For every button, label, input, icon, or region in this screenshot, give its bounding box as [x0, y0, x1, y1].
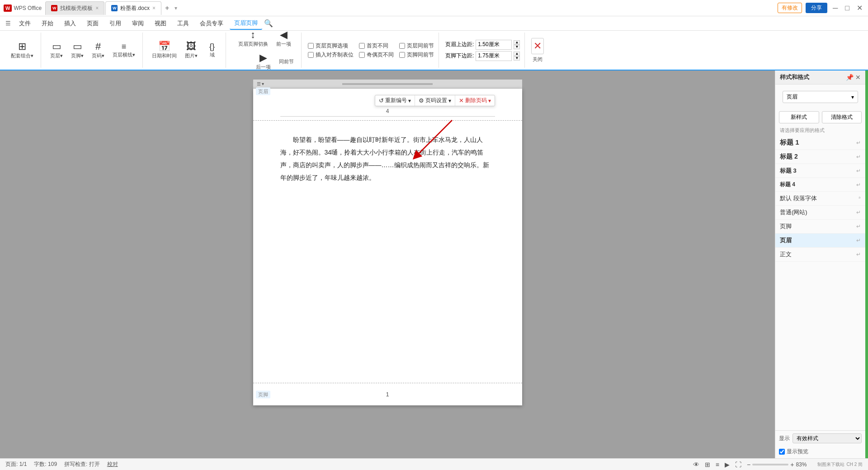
style-item-h3[interactable]: 标题 3 ↵ [775, 164, 865, 178]
panel-close-icon[interactable]: ✕ [855, 74, 861, 81]
tab-template[interactable]: W 找模板壳模板 × [45, 1, 104, 15]
page-footer[interactable]: 1 页脚 [253, 383, 522, 405]
ribbon-btn-sameasprev[interactable]: 同前节 [276, 56, 297, 67]
ribbon-btn-combo[interactable]: ⊞ 配套组合▾ [8, 40, 36, 61]
style-item-body[interactable]: 正文 ↵ [775, 248, 865, 262]
ribbon-btn-datetime[interactable]: 📅 日期和时间 [149, 40, 179, 61]
menu-tools[interactable]: 工具 [173, 18, 193, 29]
share-button[interactable]: 分享 [806, 3, 827, 13]
checkbox-insert-tab[interactable]: 插入对齐制表位 [308, 51, 354, 59]
style-item-h2[interactable]: 标题 2 ↵ [775, 150, 865, 164]
menu-view[interactable]: 视图 [150, 18, 171, 29]
margin-bottom-down[interactable]: ▼ [514, 56, 520, 61]
ruler-icon[interactable]: ☰ ▾ [257, 81, 264, 86]
status-outline-icon[interactable]: ≡ [716, 461, 719, 468]
margin-bottom-up[interactable]: ▲ [514, 52, 520, 56]
hamburger-menu[interactable]: ☰ [5, 20, 11, 27]
style-item-footer[interactable]: 页脚 ↵ [775, 220, 865, 234]
checkbox-header-same-input[interactable] [399, 43, 405, 49]
panel-pin-icon[interactable]: 📌 [846, 74, 854, 81]
style-item-default-para[interactable]: 默认 段落字体 ᵃ [775, 192, 865, 206]
menu-file[interactable]: 文件 [14, 18, 35, 29]
page-header[interactable]: ↺ 重新编号 ▾ ⚙ 页码设置 ▾ ✕ 删除页码 ▾ [253, 89, 522, 121]
margin-top-up[interactable]: ▲ [514, 40, 520, 45]
clear-format-button[interactable]: 清除格式 [822, 111, 862, 123]
tab-doc-icon: W [111, 5, 118, 11]
checkbox-header-same[interactable]: 页层同前节 [399, 42, 434, 50]
toolbar-pagenum-settings[interactable]: ⚙ 页码设置 ▾ [415, 95, 455, 106]
status-eye-icon[interactable]: 👁 [693, 461, 699, 468]
style-item-normal-web[interactable]: 普通(网站) ↵ [775, 206, 865, 220]
has-changes-button[interactable]: 有修改 [778, 3, 802, 13]
ribbon-btn-next[interactable]: ▶ 后一项 [253, 51, 274, 72]
checkbox-first-diff[interactable]: 首页不同 [359, 42, 394, 50]
style-item-h4[interactable]: 标题 4 ↵ [775, 178, 865, 192]
window-minimize[interactable]: ─ [831, 2, 840, 14]
checkbox-odd-even-diff-input[interactable] [359, 52, 365, 58]
zoom-slider[interactable] [752, 464, 788, 465]
checkbox-first-diff-label: 首页不同 [367, 42, 388, 50]
page-content[interactable]: 盼望着，盼望看——趣自以盯时新年近了。街市上车水马龙，人山人海，好不热闹。34嗵… [253, 121, 522, 347]
window-close[interactable]: ✕ [855, 2, 864, 14]
zoom-in-icon[interactable]: + [790, 461, 794, 468]
status-fullscreen-icon[interactable]: ⛶ [735, 461, 741, 468]
ribbon-btn-field[interactable]: {} 域 [203, 41, 221, 60]
headerline-icon: ≡ [122, 42, 127, 51]
ribbon: ⊞ 配套组合▾ ▭ 页层▾ ▭ 页脚▾ # 页码▾ ≡ 页层横线▾ [0, 31, 868, 70]
style-item-h4-name: 标题 4 [780, 181, 795, 188]
menu-vip[interactable]: 会员专享 [195, 18, 228, 29]
ribbon-btn-footer[interactable]: ▭ 页脚▾ [68, 40, 86, 61]
tab-template-close[interactable]: × [95, 5, 99, 11]
ribbon-btn-headerline[interactable]: ≡ 页层横线▾ [110, 41, 138, 60]
margin-top-down[interactable]: ▼ [514, 45, 520, 49]
header-page-num[interactable]: 4 [280, 108, 495, 117]
toolbar-delete-pagenum[interactable]: ✕ 删除页码 ▾ [455, 95, 495, 106]
status-revision[interactable]: 校对 [107, 461, 118, 468]
renumber-dropdown[interactable]: ▾ [408, 98, 411, 104]
tab-more[interactable]: ▾ [175, 5, 177, 11]
tab-add-button[interactable]: + [162, 4, 172, 12]
checkbox-footer-same-input[interactable] [399, 52, 405, 58]
style-dropdown[interactable]: 页眉 ▾ [783, 91, 858, 103]
checkbox-header-footer-options[interactable]: 页层页脚选项 [308, 42, 354, 50]
margin-bottom-input[interactable] [476, 51, 512, 61]
delete-pagenum-dropdown[interactable]: ▾ [488, 98, 491, 104]
style-item-header[interactable]: 页眉 ↵ [775, 234, 865, 248]
show-preview-label: 显示预览 [787, 448, 808, 456]
margin-top-input[interactable] [476, 40, 512, 50]
style-hint: 请选择要应用的格式 [775, 125, 865, 136]
ribbon-btn-pagenum[interactable]: # 页码▾ [89, 40, 107, 61]
style-item-h1[interactable]: 标题 1 ↵ [775, 136, 865, 150]
checkbox-odd-even-diff[interactable]: 奇偶页不同 [359, 51, 394, 59]
style-item-h1-enter: ↵ [856, 140, 861, 146]
menu-review[interactable]: 审阅 [127, 18, 148, 29]
window-maximize[interactable]: □ [843, 2, 851, 14]
status-page: 页面: 1/1 [5, 461, 27, 468]
ribbon-btn-toggle[interactable]: ↕ 页眉页脚切换 [236, 28, 271, 49]
checkbox-footer-same[interactable]: 页脚同前节 [399, 51, 434, 59]
ribbon-close-icon[interactable]: ✕ [531, 38, 544, 54]
menu-reference[interactable]: 引用 [105, 18, 126, 29]
ribbon-group-nav: ↕ 页眉页脚切换 ◀ 前一项 ▶ 后一项 同前节 [228, 33, 302, 68]
ribbon-btn-prev[interactable]: ◀ 前一项 [274, 28, 294, 49]
menu-page[interactable]: 页面 [82, 18, 103, 29]
status-play-icon[interactable]: ▶ [725, 461, 730, 468]
doc-area[interactable]: ☰ ▾ ↺ 重新编号 ▾ ⚙ 页码设置 [0, 70, 775, 458]
search-icon[interactable]: 🔍 [264, 19, 273, 28]
tab-doc-close[interactable]: × [152, 5, 156, 11]
ribbon-btn-header[interactable]: ▭ 页层▾ [47, 40, 66, 61]
ribbon-btn-picture[interactable]: 🖼 图片▾ [182, 40, 200, 61]
checkbox-insert-tab-input[interactable] [308, 52, 314, 58]
checkbox-first-diff-input[interactable] [359, 43, 365, 49]
pagenum-settings-dropdown[interactable]: ▾ [448, 98, 451, 104]
zoom-out-icon[interactable]: − [747, 461, 750, 468]
new-style-button[interactable]: 新样式 [779, 111, 819, 123]
checkbox-header-footer-options-input[interactable] [308, 43, 314, 49]
menu-insert[interactable]: 插入 [60, 18, 80, 29]
show-preview-checkbox[interactable] [779, 449, 785, 455]
toolbar-renumber[interactable]: ↺ 重新编号 ▾ [375, 95, 415, 106]
status-layout-icon[interactable]: ⊞ [705, 461, 710, 468]
display-select[interactable]: 有效样式 [793, 433, 862, 443]
menu-start[interactable]: 开始 [37, 18, 58, 29]
tab-doc[interactable]: W 粉墨着.docx × [105, 1, 161, 15]
